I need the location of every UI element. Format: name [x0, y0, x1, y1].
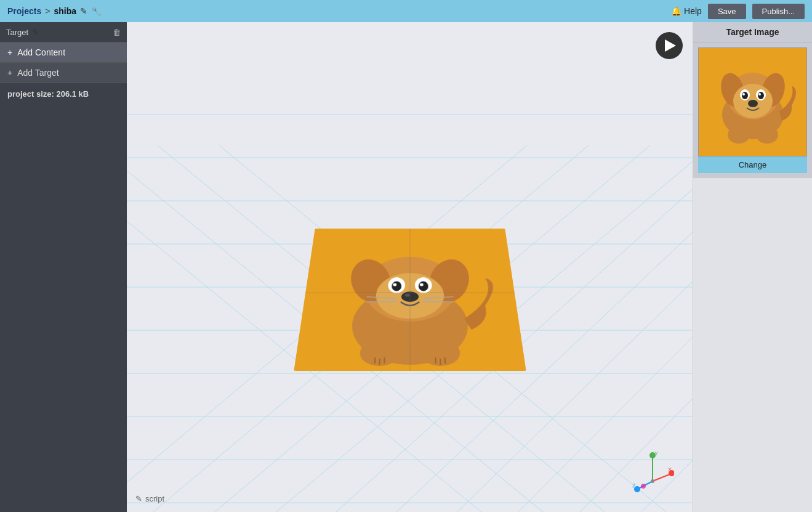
- svg-line-56: [653, 474, 671, 481]
- svg-point-63: [641, 484, 646, 489]
- topbar: Projects > shiba ✎ 🔧 🔔 Help Save Publish…: [0, 0, 812, 22]
- edit-target-icon[interactable]: ✎: [32, 27, 39, 37]
- add-content-button[interactable]: + Add Content: [0, 43, 127, 63]
- svg-point-76: [748, 100, 758, 107]
- main-area: Target ✎ 🗑 + Add Content + Add Target pr…: [0, 22, 812, 512]
- publish-button[interactable]: Publish...: [752, 4, 805, 19]
- script-label: ✎ script: [135, 494, 164, 503]
- svg-text:Y: Y: [654, 450, 658, 457]
- target-label: Target: [6, 28, 28, 37]
- svg-point-74: [758, 92, 764, 99]
- svg-point-62: [651, 479, 654, 483]
- help-label: Help: [684, 6, 702, 16]
- add-target-plus-icon: +: [7, 68, 12, 78]
- help-icon: 🔔: [671, 6, 681, 16]
- sidebar-header: Target ✎ 🗑: [0, 22, 127, 43]
- script-text: script: [145, 494, 164, 503]
- play-button[interactable]: [656, 32, 683, 59]
- axis-gizmo: Y X Z: [631, 450, 674, 494]
- save-button[interactable]: Save: [708, 4, 746, 19]
- svg-text:Z: Z: [632, 482, 636, 489]
- svg-point-77: [728, 126, 750, 144]
- svg-point-72: [742, 93, 745, 95]
- topbar-left: Projects > shiba ✎ 🔧: [7, 6, 102, 16]
- sidebar-header-left: Target ✎: [6, 27, 39, 37]
- edit-project-icon[interactable]: ✎: [80, 6, 87, 16]
- topbar-right: 🔔 Help Save Publish...: [671, 4, 805, 19]
- add-content-plus-icon: +: [7, 47, 12, 57]
- add-content-label: Add Content: [17, 47, 65, 57]
- dog-canvas-image[interactable]: [293, 229, 526, 373]
- canvas-area[interactable]: .grid-line { stroke: #a8d8ea; stroke-wid…: [127, 22, 693, 512]
- sidebar-header-icons: 🗑: [113, 28, 121, 37]
- right-panel: Target Image: [693, 22, 812, 512]
- sidebar: Target ✎ 🗑 + Add Content + Add Target pr…: [0, 22, 127, 512]
- svg-point-71: [742, 92, 748, 99]
- svg-point-75: [758, 93, 761, 95]
- target-image-container: Change: [693, 43, 812, 178]
- target-image-box: [698, 47, 807, 156]
- svg-line-59: [638, 481, 653, 489]
- svg-text:X: X: [668, 466, 672, 473]
- right-panel-title: Target Image: [693, 22, 812, 43]
- delete-target-icon[interactable]: 🗑: [113, 28, 121, 37]
- add-target-label: Add Target: [17, 68, 58, 78]
- project-name: shiba: [54, 6, 76, 16]
- script-edit-icon: ✎: [135, 494, 142, 503]
- help-button[interactable]: 🔔 Help: [671, 6, 702, 16]
- project-size: project size: 206.1 kB: [0, 83, 127, 105]
- play-icon: [665, 39, 676, 52]
- change-button[interactable]: Change: [698, 156, 807, 173]
- add-target-button[interactable]: + Add Target: [0, 63, 127, 83]
- breadcrumb-separator: >: [45, 6, 50, 16]
- settings-icon[interactable]: 🔧: [91, 6, 102, 16]
- target-image-svg: [701, 50, 805, 155]
- svg-point-78: [756, 126, 778, 144]
- projects-link[interactable]: Projects: [7, 6, 41, 16]
